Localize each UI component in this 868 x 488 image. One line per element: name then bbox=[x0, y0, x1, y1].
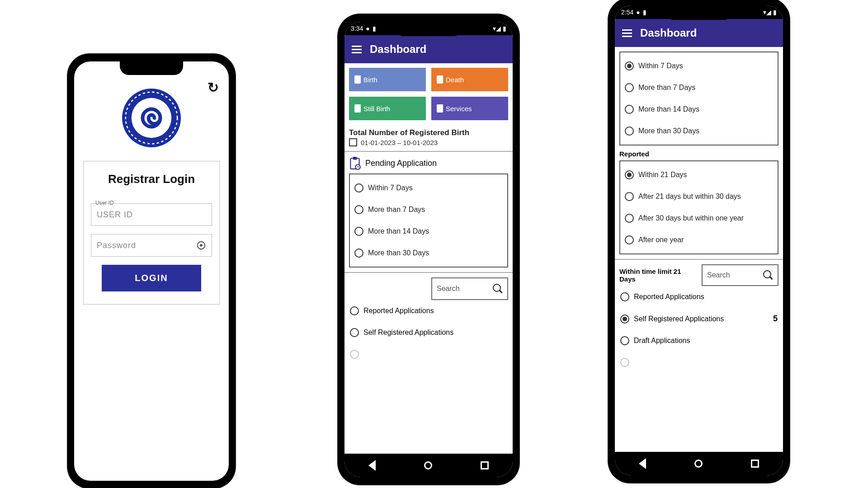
app-type-option[interactable]: Self Registered Applications bbox=[349, 322, 508, 343]
refresh-icon[interactable]: ↻ bbox=[208, 80, 219, 95]
nav-back-icon[interactable] bbox=[368, 460, 376, 471]
pending-option[interactable]: Within 7 Days bbox=[624, 55, 774, 77]
search-placeholder: Search bbox=[707, 271, 730, 279]
pending-option[interactable]: More than 30 Days bbox=[624, 120, 774, 142]
app-type-option[interactable]: Draft Applications bbox=[619, 330, 778, 352]
filter-title: Within time limit 21 Days bbox=[619, 267, 699, 283]
pending-option[interactable]: More than 14 Days bbox=[624, 99, 774, 120]
search-input[interactable]: Search bbox=[431, 277, 508, 300]
battery-icon: ▮ bbox=[503, 25, 506, 32]
search-icon bbox=[763, 270, 773, 280]
pending-option[interactable]: More than 7 Days bbox=[624, 77, 774, 99]
radio-icon bbox=[625, 105, 634, 114]
reported-option[interactable]: After one year bbox=[624, 229, 774, 251]
radio-icon bbox=[625, 214, 634, 223]
radio-icon bbox=[354, 227, 363, 236]
divider bbox=[344, 272, 513, 273]
status-card-icon: ▮ bbox=[373, 25, 376, 32]
reported-option[interactable]: Within 21 Days bbox=[624, 164, 774, 186]
radio-icon bbox=[625, 83, 634, 92]
option-label: More than 30 Days bbox=[638, 127, 699, 135]
menu-icon[interactable] bbox=[622, 29, 632, 37]
option-label: More than 30 Days bbox=[368, 249, 429, 257]
app-bar: Dashboard bbox=[344, 35, 513, 63]
user-id-input[interactable]: USER ID bbox=[91, 203, 212, 226]
android-nav-bar bbox=[344, 454, 513, 477]
pending-option[interactable]: Within 7 Days bbox=[354, 177, 504, 199]
clipboard-icon bbox=[349, 156, 361, 170]
dashboard-content: Birth Death Still Birth Services Total N… bbox=[344, 63, 513, 454]
notch bbox=[120, 61, 183, 75]
nav-recent-icon[interactable] bbox=[751, 460, 759, 468]
nav-back-icon[interactable] bbox=[639, 458, 646, 469]
option-label: Reported Applications bbox=[363, 307, 434, 315]
app-bar-title: Dashboard bbox=[370, 43, 426, 56]
status-card-icon: ▮ bbox=[643, 9, 646, 16]
battery-icon: ▮ bbox=[773, 9, 777, 16]
option-label: Within 7 Days bbox=[638, 62, 683, 70]
search-placeholder: Search bbox=[437, 285, 460, 293]
login-title: Registrar Login bbox=[91, 172, 212, 186]
notch bbox=[665, 5, 733, 20]
password-placeholder: Password bbox=[97, 241, 136, 250]
app-bar: Dashboard bbox=[615, 19, 783, 47]
radio-icon bbox=[625, 61, 634, 70]
radio-icon bbox=[354, 183, 363, 192]
app-type-option[interactable]: Self Registered Applications 5 bbox=[619, 308, 778, 330]
option-label: Within 21 Days bbox=[638, 171, 687, 179]
radio-icon bbox=[354, 249, 363, 258]
reported-option[interactable]: After 30 days but within one year bbox=[624, 207, 774, 229]
radio-icon bbox=[354, 205, 363, 214]
pending-option[interactable]: More than 14 Days bbox=[354, 221, 504, 242]
tile-stillbirth[interactable]: Still Birth bbox=[349, 97, 426, 120]
tile-services[interactable]: Services bbox=[431, 97, 508, 120]
pending-header: Pending Application bbox=[349, 156, 508, 170]
option-label: Self Registered Applications bbox=[634, 315, 724, 323]
search-icon bbox=[493, 284, 503, 294]
reported-options-box: Within 21 Days After 21 days but within … bbox=[619, 160, 778, 254]
login-button[interactable]: LOGIN bbox=[102, 265, 201, 291]
pending-title: Pending Application bbox=[365, 159, 437, 168]
radio-icon bbox=[350, 350, 359, 359]
option-count: 5 bbox=[773, 314, 778, 324]
app-logo bbox=[122, 89, 181, 147]
option-label: More than 7 Days bbox=[638, 84, 695, 92]
phone-dashboard-2: 2:54 ● ▮ ▾◢ ▮ Dashboard Within 7 Days bbox=[609, 0, 789, 483]
search-input[interactable]: Search bbox=[702, 264, 778, 286]
status-dot-icon: ● bbox=[636, 9, 640, 16]
document-icon bbox=[437, 104, 443, 113]
visibility-icon[interactable] bbox=[196, 240, 206, 250]
nav-home-icon[interactable] bbox=[694, 460, 703, 468]
notch bbox=[395, 22, 462, 36]
app-type-option[interactable]: Reported Applications bbox=[619, 286, 778, 308]
document-icon bbox=[437, 75, 443, 84]
tile-death[interactable]: Death bbox=[431, 68, 508, 91]
status-dot-icon: ● bbox=[366, 25, 369, 32]
svg-rect-6 bbox=[353, 157, 357, 160]
divider bbox=[615, 259, 783, 260]
nav-recent-icon[interactable] bbox=[481, 461, 489, 469]
menu-icon[interactable] bbox=[352, 46, 362, 53]
user-id-placeholder: USER ID bbox=[97, 210, 133, 220]
login-card: Registrar Login User ID USER ID Password… bbox=[83, 161, 220, 305]
radio-icon bbox=[350, 306, 359, 315]
nav-home-icon[interactable] bbox=[424, 461, 432, 469]
option-label: After 30 days but within one year bbox=[638, 214, 744, 222]
dashboard-content: Within 7 Days More than 7 Days More than… bbox=[615, 47, 783, 452]
signal-icon: ▾◢ bbox=[763, 9, 771, 16]
radio-icon bbox=[350, 328, 359, 337]
screen: ↻ Registrar Login User ID USER ID Passwo… bbox=[74, 61, 229, 481]
option-label: More than 14 Days bbox=[368, 227, 429, 235]
pending-option[interactable]: More than 7 Days bbox=[354, 199, 504, 221]
tile-birth[interactable]: Birth bbox=[349, 68, 426, 91]
svg-point-4 bbox=[200, 244, 203, 247]
radio-icon bbox=[620, 292, 629, 301]
reported-option[interactable]: After 21 days but within 30 days bbox=[624, 186, 774, 207]
pending-option[interactable]: More than 30 Days bbox=[354, 242, 504, 264]
password-input[interactable]: Password bbox=[91, 234, 212, 257]
date-range-row[interactable]: 01-01-2023 – 10-01-2023 bbox=[349, 138, 508, 146]
date-range-text: 01-01-2023 – 10-01-2023 bbox=[361, 139, 438, 146]
screen: 2:54 ● ▮ ▾◢ ▮ Dashboard Within 7 Days bbox=[615, 5, 783, 475]
reported-label: Reported bbox=[619, 150, 778, 158]
app-type-option[interactable]: Reported Applications bbox=[349, 300, 508, 322]
